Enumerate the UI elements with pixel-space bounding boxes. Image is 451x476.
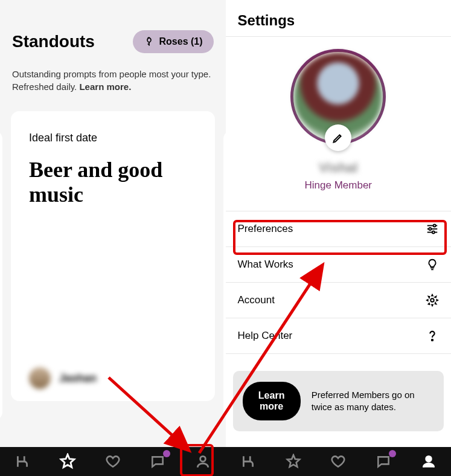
svg-point-6 bbox=[430, 298, 434, 302]
standouts-header: Standouts Roses (1) bbox=[12, 30, 214, 53]
avatar-ring[interactable] bbox=[290, 49, 386, 144]
promo-text: Preferred Members go on twice as many da… bbox=[312, 389, 434, 414]
chat-icon bbox=[376, 454, 391, 469]
rose-icon bbox=[144, 36, 155, 47]
notification-badge bbox=[389, 450, 396, 457]
nav-hinge[interactable] bbox=[239, 452, 257, 471]
profile-name: Vishal bbox=[319, 160, 357, 176]
settings-item-label: Help Center bbox=[238, 330, 293, 342]
nav-chat[interactable] bbox=[149, 452, 167, 471]
nav-star[interactable] bbox=[284, 452, 302, 471]
hinge-icon bbox=[240, 454, 256, 469]
settings-title: Settings bbox=[226, 0, 451, 37]
nav-hinge[interactable] bbox=[13, 452, 31, 471]
promo-card: Learn more Preferred Members go on twice… bbox=[233, 371, 444, 431]
learn-more-link[interactable]: Learn more. bbox=[79, 82, 131, 92]
profile-avatar-small bbox=[29, 367, 51, 389]
prompt-card[interactable]: Ideal first date Beer and good music Jas… bbox=[11, 111, 215, 401]
star-icon bbox=[286, 454, 301, 469]
heart-icon bbox=[330, 454, 346, 469]
roses-label: Roses (1) bbox=[159, 36, 203, 47]
hinge-icon bbox=[14, 454, 30, 469]
gear-icon bbox=[426, 294, 439, 307]
settings-item-help[interactable]: Help Center bbox=[226, 318, 451, 354]
heart-icon bbox=[105, 454, 121, 469]
roses-button[interactable]: Roses (1) bbox=[133, 30, 214, 53]
prompt-answer: Beer and good music bbox=[29, 158, 197, 208]
nav-heart[interactable] bbox=[329, 452, 347, 471]
notification-badge bbox=[163, 450, 170, 457]
nav-heart[interactable] bbox=[104, 452, 122, 471]
profile-icon bbox=[421, 454, 437, 469]
card-profile: Jashan bbox=[29, 367, 197, 389]
nav-chat[interactable] bbox=[374, 452, 392, 471]
settings-item-account[interactable]: Account bbox=[226, 283, 451, 318]
settings-item-label: Account bbox=[238, 294, 275, 306]
card-peek-left bbox=[0, 130, 2, 420]
profile-block: Vishal Hinge Member bbox=[226, 37, 451, 200]
nav-profile[interactable] bbox=[420, 452, 438, 471]
question-icon bbox=[426, 329, 439, 343]
svg-point-9 bbox=[426, 456, 431, 462]
nav-right bbox=[226, 447, 452, 476]
nav-star[interactable] bbox=[59, 452, 77, 471]
prompt-label: Ideal first date bbox=[29, 132, 197, 144]
annotation-highlight-preferences bbox=[233, 220, 447, 255]
standouts-screen: Standouts Roses (1) Outstanding prompts … bbox=[0, 0, 226, 476]
settings-item-label: What Works bbox=[238, 259, 293, 271]
svg-point-7 bbox=[432, 339, 433, 341]
lightbulb-icon bbox=[426, 258, 439, 271]
bottom-nav bbox=[0, 447, 451, 476]
page-title: Standouts bbox=[12, 32, 95, 51]
standouts-subtitle: Outstanding prompts from people most you… bbox=[12, 68, 214, 93]
star-icon bbox=[59, 453, 76, 470]
pencil-icon bbox=[332, 132, 344, 144]
promo-learn-more-button[interactable]: Learn more bbox=[243, 382, 301, 420]
edit-profile-button[interactable] bbox=[325, 124, 351, 151]
profile-name-small: Jashan bbox=[59, 372, 97, 385]
annotation-highlight-profile-nav bbox=[180, 444, 214, 476]
member-label: Hinge Member bbox=[305, 179, 373, 191]
